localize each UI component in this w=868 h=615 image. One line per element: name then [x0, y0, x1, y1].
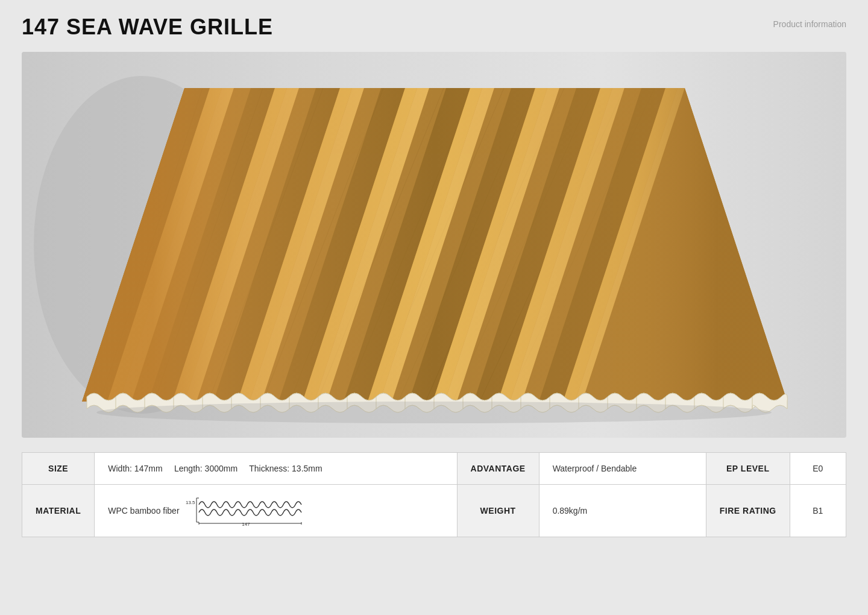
advantage-label: ADVANTAGE: [457, 453, 539, 485]
fire-rating-label: FIRE RATING: [706, 485, 790, 537]
product-image: [22, 52, 846, 438]
svg-text:147: 147: [242, 522, 250, 526]
weight-value: 0.89kg/m: [539, 485, 706, 537]
panel-illustration: [22, 52, 846, 438]
fire-rating-value: B1: [790, 485, 846, 537]
material-label: MATERIAL: [22, 485, 95, 537]
size-value: Width: 147mm Length: 3000mm Thickness: 1…: [95, 453, 457, 485]
material-diagram: WPC bamboo fiber 13.5: [108, 496, 443, 526]
size-row: SIZE Width: 147mm Length: 3000mm Thickne…: [22, 453, 846, 485]
product-info-label: Product information: [773, 19, 846, 29]
header: 147 SEA WAVE GRILLE Product information: [22, 14, 846, 40]
weight-label: WEIGHT: [457, 485, 539, 537]
size-label: SIZE: [22, 453, 95, 485]
svg-point-54: [96, 402, 772, 423]
material-row: MATERIAL WPC bamboo fiber 13.5: [22, 485, 846, 537]
specs-table: SIZE Width: 147mm Length: 3000mm Thickne…: [22, 452, 846, 537]
cross-section-diagram: 13.5 1: [186, 496, 306, 526]
ep-level-label: EP LEVEL: [706, 453, 790, 485]
page-wrapper: 147 SEA WAVE GRILLE Product information: [0, 0, 868, 559]
ep-level-value: E0: [790, 453, 846, 485]
svg-text:13.5: 13.5: [186, 500, 195, 505]
svg-marker-53: [82, 88, 787, 402]
advantage-value: Waterproof / Bendable: [539, 453, 706, 485]
product-title: 147 SEA WAVE GRILLE: [22, 14, 273, 40]
material-value: WPC bamboo fiber 13.5: [95, 485, 457, 537]
